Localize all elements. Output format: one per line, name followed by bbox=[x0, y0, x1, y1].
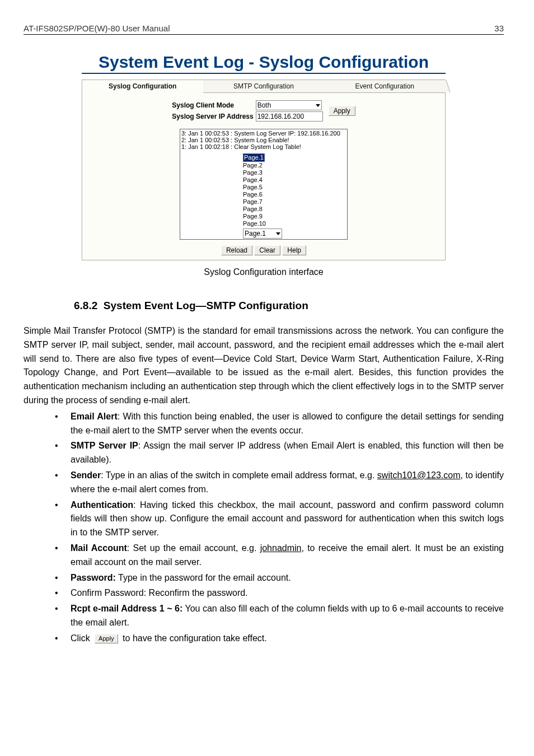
bullet-text: Type in the password for the email accou… bbox=[116, 573, 291, 582]
tab-label: Syslog Configuration bbox=[109, 82, 176, 90]
log-entry: 2: Jan 1 00:02:53 : System Log Enable! bbox=[181, 137, 346, 143]
client-mode-select[interactable]: Both bbox=[256, 100, 322, 110]
syslog-config-ui: Syslog Configuration SMTP Configuration … bbox=[82, 80, 446, 260]
bullet-label: Rcpt e-mail Address 1 ~ 6: bbox=[71, 604, 182, 613]
bullet-label: Email Alert bbox=[71, 412, 118, 421]
list-item: Password: Type in the password for the e… bbox=[24, 571, 504, 585]
client-mode-label: Syslog Client Mode bbox=[171, 100, 254, 111]
server-ip-label: Syslog Server IP Address bbox=[171, 111, 254, 122]
list-item: Sender: Type in an alias of the switch i… bbox=[24, 469, 504, 497]
list-item: Rcpt e-mail Address 1 ~ 6: You can also … bbox=[24, 602, 504, 630]
page-item[interactable]: Page.5 bbox=[243, 184, 346, 191]
log-lines: 3: Jan 1 00:02:53 : System Log Server IP… bbox=[181, 130, 346, 150]
chevron-down-icon bbox=[276, 232, 280, 235]
config-panel: Syslog Client Mode Both Apply Syslog Ser… bbox=[82, 93, 446, 260]
bullet-label: Mail Account bbox=[71, 543, 127, 553]
tab-event-config[interactable]: Event Configuration bbox=[325, 80, 446, 93]
list-item: Click Apply to have the configuration ta… bbox=[24, 632, 504, 646]
help-button[interactable]: Help bbox=[282, 245, 306, 255]
page-item-selected[interactable]: Page.1 bbox=[243, 153, 265, 162]
bullet-label: Password: bbox=[71, 573, 116, 582]
chevron-down-icon bbox=[316, 104, 320, 107]
account-link[interactable]: johnadmin bbox=[260, 543, 302, 553]
bullet-text: Confirm Password: Reconfirm the password… bbox=[71, 588, 248, 598]
page-item[interactable]: Page.4 bbox=[243, 176, 346, 184]
section-title: System Event Log—SMTP Configuration bbox=[104, 300, 308, 311]
tab-smtp-config[interactable]: SMTP Configuration bbox=[203, 80, 324, 93]
figure-caption: Syslog Configuration interface bbox=[24, 267, 504, 277]
log-listbox[interactable]: 3: Jan 1 00:02:53 : System Log Server IP… bbox=[180, 129, 348, 240]
page-item[interactable]: Page.2 bbox=[243, 162, 346, 169]
manual-title: AT-IFS802SP/POE(W)-80 User Manual bbox=[24, 24, 170, 33]
page-item[interactable]: Page.8 bbox=[243, 206, 346, 213]
list-item: Authentication: Having ticked this check… bbox=[24, 498, 504, 540]
page-item[interactable]: Page.6 bbox=[243, 191, 346, 198]
bullet-text: : With this function being enabled, the … bbox=[71, 412, 504, 435]
bullet-list: Email Alert: With this function being en… bbox=[24, 410, 504, 646]
server-ip-input[interactable] bbox=[256, 111, 323, 122]
page-list: Page.1 Page.2 Page.3 Page.4 Page.5 Page.… bbox=[243, 153, 346, 227]
apply-button[interactable]: Apply bbox=[329, 106, 355, 116]
bullet-text: to have the configuration take effect. bbox=[120, 633, 267, 643]
tab-label: Event Configuration bbox=[355, 82, 414, 90]
bullet-label: Sender bbox=[71, 470, 101, 480]
bullet-text: : Type in an alias of the switch in comp… bbox=[101, 470, 377, 480]
apply-inline-button: Apply bbox=[95, 634, 118, 643]
tab-label: SMTP Configuration bbox=[233, 82, 294, 90]
email-link[interactable]: switch101@123.com bbox=[377, 470, 461, 480]
list-item: SMTP Server IP: Assign the mail server I… bbox=[24, 439, 504, 467]
bullet-label: Authentication bbox=[71, 500, 133, 510]
page-select[interactable]: Page.1 bbox=[243, 228, 282, 239]
tab-syslog-config[interactable]: Syslog Configuration bbox=[82, 80, 203, 93]
bullet-label: SMTP Server IP bbox=[71, 441, 138, 450]
page-select-value: Page.1 bbox=[245, 230, 266, 237]
bullet-text: : Set up the email account, e.g. bbox=[127, 543, 260, 553]
page-item[interactable]: Page.3 bbox=[243, 169, 346, 176]
reload-button[interactable]: Reload bbox=[221, 245, 252, 255]
list-item: Email Alert: With this function being en… bbox=[24, 410, 504, 438]
section-number: 6.8.2 bbox=[74, 300, 97, 311]
clear-button[interactable]: Clear bbox=[254, 245, 280, 255]
page-number: 33 bbox=[494, 24, 504, 33]
list-item: Mail Account: Set up the email account, … bbox=[24, 542, 504, 570]
button-row: Reload Clear Help bbox=[87, 245, 441, 255]
section-heading: 6.8.2 System Event Log—SMTP Configuratio… bbox=[74, 300, 504, 312]
log-entry: 3: Jan 1 00:02:53 : System Log Server IP… bbox=[181, 130, 346, 137]
page-title: System Event Log - Syslog Configuration bbox=[82, 53, 446, 74]
page-item[interactable]: Page.9 bbox=[243, 213, 346, 220]
page-item[interactable]: Page.7 bbox=[243, 198, 346, 206]
client-mode-value: Both bbox=[257, 101, 271, 109]
bullet-text: : Having ticked this checkbox, the mail … bbox=[71, 500, 504, 538]
log-entry: 1: Jan 1 00:02:18 : Clear System Log Tab… bbox=[181, 143, 346, 150]
list-item: Confirm Password: Reconfirm the password… bbox=[24, 586, 504, 600]
bullet-text: Click bbox=[71, 633, 92, 643]
tab-strip: Syslog Configuration SMTP Configuration … bbox=[82, 80, 446, 93]
config-form: Syslog Client Mode Both Apply Syslog Ser… bbox=[171, 100, 356, 122]
page-item[interactable]: Page.10 bbox=[243, 220, 346, 227]
section-intro: Simple Mail Transfer Protocol (SMTP) is … bbox=[24, 324, 504, 408]
page-header: AT-IFS802SP/POE(W)-80 User Manual 33 bbox=[24, 24, 504, 35]
